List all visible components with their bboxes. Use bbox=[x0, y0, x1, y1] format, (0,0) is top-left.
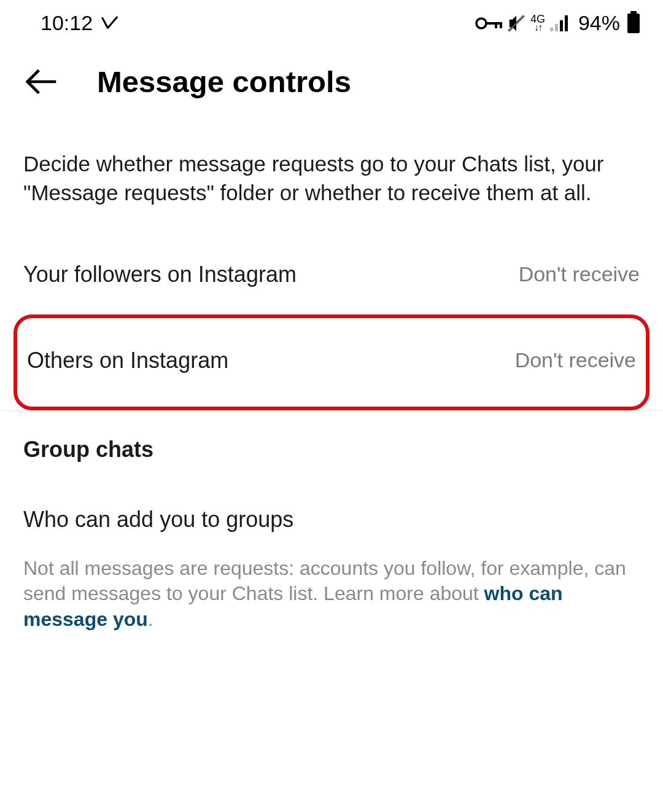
status-left: 10:12 bbox=[41, 11, 118, 35]
svg-rect-3 bbox=[500, 22, 502, 28]
back-button[interactable] bbox=[23, 63, 60, 100]
signal-icon bbox=[550, 15, 571, 31]
status-bar: 10:12 4G ↓↑ bbox=[0, 0, 663, 46]
check-icon bbox=[100, 14, 118, 33]
svg-rect-9 bbox=[565, 15, 568, 31]
setting-others-highlighted[interactable]: Others on Instagram Don't receive bbox=[14, 314, 649, 410]
battery-icon bbox=[627, 14, 640, 33]
header: Message controls bbox=[0, 46, 663, 123]
svg-rect-6 bbox=[550, 28, 553, 31]
setting-followers[interactable]: Your followers on Instagram Don't receiv… bbox=[23, 240, 640, 310]
page-description: Decide whether message requests go to yo… bbox=[23, 149, 640, 208]
info-text-after: . bbox=[148, 608, 153, 630]
svg-rect-7 bbox=[555, 24, 558, 31]
status-right: 4G ↓↑ 94% bbox=[475, 11, 640, 35]
setting-value: Don't receive bbox=[519, 262, 640, 286]
page-title: Message controls bbox=[97, 64, 351, 99]
group-chats-header: Group chats bbox=[23, 411, 640, 492]
info-text: Not all messages are requests: accounts … bbox=[23, 556, 640, 651]
who-can-add-row[interactable]: Who can add you to groups bbox=[23, 492, 640, 556]
svg-rect-1 bbox=[485, 22, 501, 25]
status-time: 10:12 bbox=[41, 11, 93, 35]
vpn-key-icon bbox=[475, 16, 502, 31]
svg-rect-8 bbox=[560, 20, 563, 31]
battery-percent: 94% bbox=[578, 11, 620, 35]
mute-icon bbox=[507, 14, 525, 33]
svg-point-0 bbox=[476, 18, 486, 28]
setting-label: Your followers on Instagram bbox=[23, 262, 297, 287]
network-type: 4G ↓↑ bbox=[530, 15, 545, 32]
setting-value: Don't receive bbox=[515, 348, 636, 372]
svg-rect-2 bbox=[495, 22, 497, 28]
setting-label: Others on Instagram bbox=[27, 348, 228, 373]
